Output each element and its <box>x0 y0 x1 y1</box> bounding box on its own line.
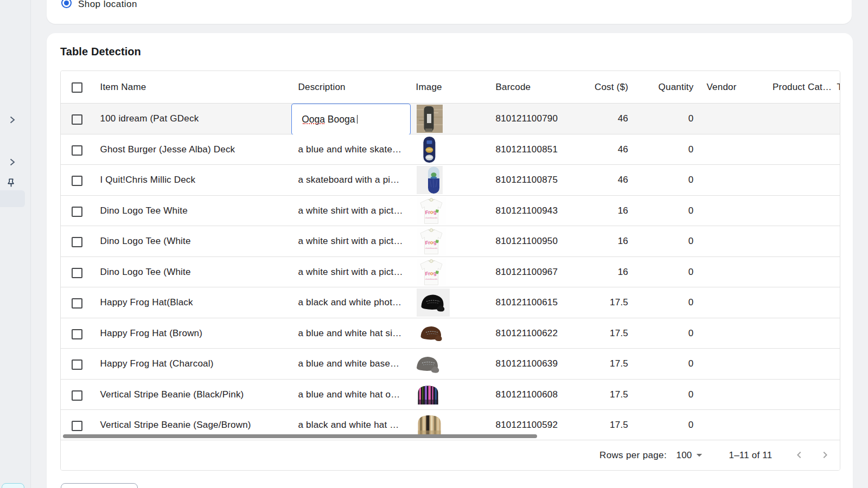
svg-text:Frog: Frog <box>425 270 437 277</box>
svg-text:skateboards: skateboards <box>425 277 438 280</box>
svg-text:Frog: Frog <box>425 209 437 215</box>
svg-text:skateboards: skateboards <box>425 247 438 249</box>
svg-text:Frog: Frog <box>425 239 437 246</box>
svg-text:skateboards: skateboards <box>425 216 438 219</box>
